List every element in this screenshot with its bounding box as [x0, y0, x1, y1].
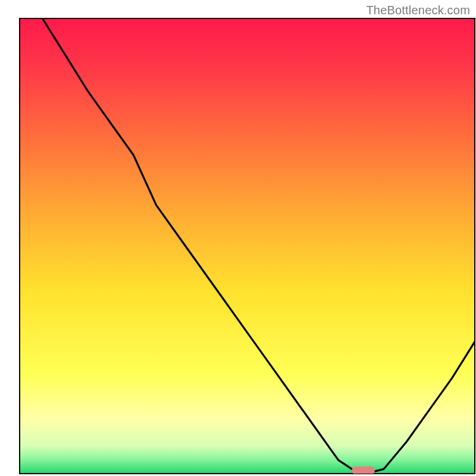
bottleneck-chart: [0, 0, 476, 476]
chart-container: TheBottleneck.com: [0, 0, 476, 476]
plot-background: [20, 18, 475, 474]
optimal-marker: [352, 466, 374, 474]
watermark-text: TheBottleneck.com: [366, 4, 470, 17]
